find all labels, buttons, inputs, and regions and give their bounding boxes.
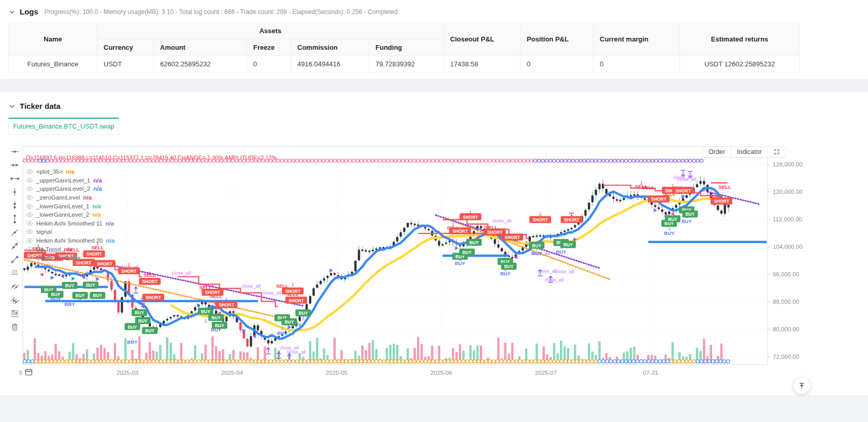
svg-text:SHORT: SHORT bbox=[219, 302, 235, 307]
fullscreen-icon[interactable] bbox=[768, 147, 786, 157]
svg-text:close_all: close_all bbox=[286, 349, 306, 355]
collapse-chevron-icon[interactable] bbox=[8, 103, 16, 110]
legend-label: Heikin Ashi Smoothed 20 bbox=[36, 237, 103, 244]
trade-marker-buy: BUY bbox=[73, 292, 88, 299]
svg-text:BUY: BUY bbox=[127, 339, 138, 345]
svg-text:BUY: BUY bbox=[469, 240, 479, 245]
assets-table: Name Assets Closeout P&L Position P&L Cu… bbox=[8, 22, 868, 73]
svg-text:1: 1 bbox=[149, 271, 151, 276]
legend-value: n/a bbox=[66, 168, 75, 175]
svg-text:1: 1 bbox=[292, 282, 294, 287]
back-to-top-button[interactable] bbox=[793, 377, 810, 394]
trade-marker-buy: BUY bbox=[560, 241, 576, 248]
legend-item: Heikin Ashi Smoothed 20n/a bbox=[26, 236, 114, 245]
svg-text:close_all: close_all bbox=[544, 277, 563, 283]
svg-text:BUY: BUY bbox=[277, 330, 288, 336]
trade-marker-buy: BUY bbox=[198, 308, 213, 315]
svg-text:BUY: BUY bbox=[563, 242, 573, 247]
grid-layer bbox=[23, 147, 768, 364]
x-axis: 2025-032025-042025-052025-062025-0707-31… bbox=[19, 370, 658, 376]
svg-text:SHORT: SHORT bbox=[463, 215, 479, 220]
svg-text:112,000.00: 112,000.00 bbox=[773, 216, 802, 222]
legend-item: Down Trendn/a bbox=[26, 254, 114, 262]
svg-text:2025-07: 2025-07 bbox=[535, 370, 557, 376]
indicator-button[interactable]: Indicator bbox=[731, 147, 768, 157]
eye-icon[interactable] bbox=[26, 212, 33, 217]
eye-icon[interactable] bbox=[26, 221, 33, 226]
svg-text:BUY: BUY bbox=[215, 323, 224, 328]
col-amount: Amount bbox=[154, 39, 247, 56]
trade-marker-buy: BUY bbox=[48, 291, 64, 298]
svg-text:80,000.00: 80,000.00 bbox=[773, 326, 799, 332]
svg-text:2025-06: 2025-06 bbox=[430, 370, 452, 376]
svg-text:BUY: BUY bbox=[532, 243, 541, 248]
col-position: Position P&L bbox=[520, 23, 594, 56]
col-margin: Current margin bbox=[594, 23, 680, 56]
svg-text:1: 1 bbox=[204, 318, 207, 323]
svg-text:1: 1 bbox=[640, 180, 643, 186]
order-button[interactable]: Order bbox=[703, 147, 731, 157]
tab-futures-binance-btc-usdt-swap[interactable]: Futures_Binance.BTC_USDT.swap bbox=[8, 118, 119, 135]
svg-text:BUY: BUY bbox=[65, 283, 75, 288]
svg-text:BUY: BUY bbox=[76, 293, 85, 298]
svg-text:BUY: BUY bbox=[298, 311, 308, 316]
calendar-icon[interactable] bbox=[25, 368, 33, 378]
svg-text:close_all: close_all bbox=[262, 290, 281, 296]
cell-name: Futures_Binance bbox=[9, 56, 97, 73]
legend-value: n/a bbox=[71, 255, 80, 261]
trade-marker-short: SHORT bbox=[142, 293, 164, 301]
svg-text:BUY: BUY bbox=[201, 309, 210, 314]
legend-label: _lowerGannLevel_1 bbox=[36, 203, 89, 209]
eye-icon[interactable] bbox=[26, 238, 33, 243]
y-axis: 128,000.00120,000.00112,000.00104,000.00… bbox=[768, 161, 803, 360]
svg-text:SHORT: SHORT bbox=[288, 298, 305, 303]
eye-icon[interactable] bbox=[26, 178, 33, 183]
eye-icon[interactable] bbox=[26, 204, 33, 209]
trade-marker-short: SHORT bbox=[282, 287, 303, 294]
svg-text:close_all: close_all bbox=[538, 268, 557, 274]
price-chart[interactable]: 128,000.00120,000.00112,000.00104,000.00… bbox=[0, 144, 868, 387]
cell-closeout: 17438.58 bbox=[444, 56, 520, 73]
legend-value: n/a bbox=[106, 220, 114, 227]
svg-text:BUY: BUY bbox=[500, 271, 511, 276]
signal-circles-bottom bbox=[23, 360, 730, 363]
trade-marker-buy: BUY bbox=[208, 314, 224, 321]
svg-text:BUY: BUY bbox=[685, 212, 695, 217]
svg-text:BUY: BUY bbox=[86, 283, 95, 288]
trade-marker-short: SHORT bbox=[449, 228, 471, 235]
svg-text:SHORT: SHORT bbox=[504, 235, 520, 240]
legend-value: n/a bbox=[93, 177, 102, 184]
collapse-chevron-icon[interactable] bbox=[8, 8, 16, 16]
legend-value: n/a bbox=[83, 194, 92, 201]
svg-text:SHORT: SHORT bbox=[532, 217, 548, 222]
svg-text:BUY: BUY bbox=[128, 325, 137, 330]
eye-icon[interactable] bbox=[26, 247, 33, 252]
cell-returns: USDT 12602.25895232 bbox=[680, 56, 800, 73]
svg-text:SHORT: SHORT bbox=[121, 269, 137, 274]
legend-value: n/a bbox=[93, 186, 102, 192]
eye-icon[interactable] bbox=[26, 195, 33, 200]
svg-text:SHORT: SHORT bbox=[452, 229, 468, 234]
svg-text:128,000.00: 128,000.00 bbox=[773, 161, 803, 167]
svg-text:SHORT: SHORT bbox=[487, 230, 503, 235]
trade-marker-buy: BUY bbox=[501, 263, 516, 270]
legend-label: signal bbox=[36, 229, 52, 235]
svg-text:SHORT: SHORT bbox=[142, 279, 158, 284]
legend-item: _upperGannLevel_1n/a bbox=[26, 176, 114, 185]
svg-text:BUY: BUY bbox=[664, 230, 675, 236]
table-row: Futures_Binance USDT 62602.25895232 0 49… bbox=[9, 56, 800, 73]
eye-icon[interactable] bbox=[26, 255, 33, 260]
eye-icon[interactable] bbox=[26, 229, 33, 234]
legend-label: _upperGannLevel_1 bbox=[36, 177, 90, 184]
svg-text:120,000.00: 120,000.00 bbox=[773, 189, 803, 195]
legend-value: n/a bbox=[92, 212, 101, 218]
svg-text:BUY: BUY bbox=[455, 260, 466, 266]
eye-icon[interactable] bbox=[26, 169, 33, 174]
trade-marker-short: SHORT bbox=[215, 301, 237, 308]
svg-text:close_all: close_all bbox=[555, 269, 574, 274]
ticker-title: Ticker data bbox=[20, 102, 61, 110]
legend-label: Heikin Ashi Smoothed 11 bbox=[36, 220, 103, 227]
svg-text:1: 1 bbox=[452, 222, 454, 227]
col-returns: Estimated returns bbox=[680, 23, 800, 56]
eye-icon[interactable] bbox=[26, 186, 33, 191]
